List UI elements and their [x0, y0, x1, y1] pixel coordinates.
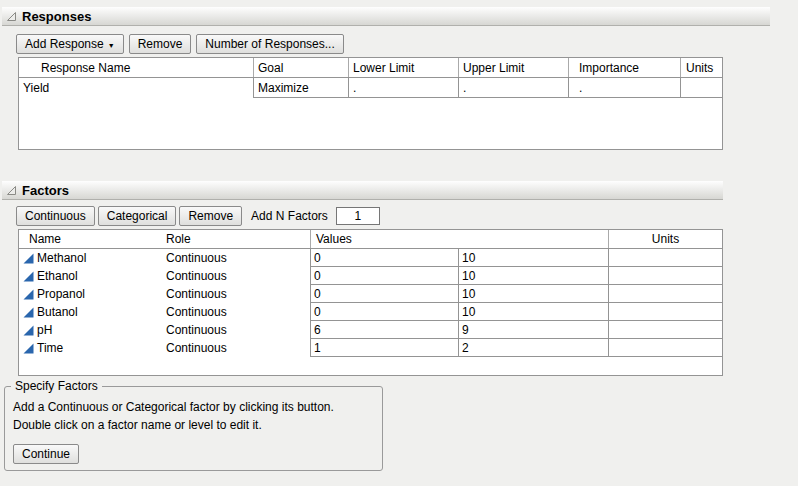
factors-panel-header[interactable]: Factors: [2, 181, 723, 200]
factor-value-high-cell[interactable]: 10: [458, 303, 608, 321]
factor-row: pH Continuous 6 9: [19, 321, 722, 339]
continuous-factor-icon: [23, 271, 34, 282]
response-upper-cell[interactable]: .: [458, 78, 568, 98]
col-header-units: Units: [680, 58, 722, 77]
factor-value-low-cell[interactable]: 0: [310, 285, 458, 303]
factor-name-cell[interactable]: pH: [19, 321, 161, 339]
add-n-factors-input[interactable]: [336, 207, 380, 225]
factor-value-low-cell[interactable]: 1: [310, 339, 458, 357]
factor-units-cell[interactable]: [608, 285, 722, 303]
factor-row: Methanol Continuous 0 10: [19, 249, 722, 267]
factor-name-cell[interactable]: Butanol: [19, 303, 161, 321]
continuous-button[interactable]: Continuous: [16, 206, 95, 226]
factor-name: Ethanol: [37, 269, 78, 283]
specify-instruction-line1: Add a Continuous or Categorical factor b…: [13, 398, 374, 416]
factor-role-cell[interactable]: Continuous: [161, 249, 310, 267]
remove-factor-button[interactable]: Remove: [179, 206, 242, 226]
specify-factors-group: Specify Factors Add a Continuous or Cate…: [4, 386, 383, 471]
factor-name: Time: [37, 341, 63, 355]
specify-factors-legend: Specify Factors: [11, 379, 102, 393]
col-header-response-name: Response Name: [19, 58, 253, 77]
factor-value-high-cell[interactable]: 10: [458, 267, 608, 285]
factor-units-cell[interactable]: [608, 339, 722, 357]
factor-value-high-cell[interactable]: 10: [458, 285, 608, 303]
response-importance-cell[interactable]: .: [568, 78, 680, 98]
factor-value-low-cell[interactable]: 6: [310, 321, 458, 339]
add-n-factors-label: Add N Factors: [251, 209, 328, 223]
responses-toolbar: Add Response ▼ Remove Number of Response…: [16, 34, 344, 54]
specify-instruction-line2: Double click on a factor name or level t…: [13, 416, 374, 434]
continuous-factor-icon: [23, 307, 34, 318]
dropdown-arrow-icon: ▼: [108, 42, 115, 49]
add-response-label: Add Response: [25, 37, 104, 51]
continuous-factor-icon: [23, 253, 34, 264]
response-name-cell[interactable]: Yield: [19, 78, 253, 98]
col-header-upper-limit: Upper Limit: [458, 58, 568, 77]
factor-value-high-cell[interactable]: 10: [458, 249, 608, 267]
continuous-factor-icon: [23, 343, 34, 354]
continuous-factor-icon: [23, 325, 34, 336]
continue-button[interactable]: Continue: [13, 444, 79, 464]
factor-row: Butanol Continuous 0 10: [19, 303, 722, 321]
add-response-button[interactable]: Add Response ▼: [16, 34, 124, 54]
factor-row: Time Continuous 1 2: [19, 339, 722, 357]
factor-row: Ethanol Continuous 0 10: [19, 267, 722, 285]
factor-role-cell[interactable]: Continuous: [161, 267, 310, 285]
factor-units-cell[interactable]: [608, 321, 722, 339]
factor-value-low-cell[interactable]: 0: [310, 267, 458, 285]
factor-units-cell[interactable]: [608, 303, 722, 321]
factor-units-cell[interactable]: [608, 249, 722, 267]
factor-value-low-cell[interactable]: 0: [310, 249, 458, 267]
factor-name-cell[interactable]: Propanol: [19, 285, 161, 303]
response-lower-cell[interactable]: .: [348, 78, 458, 98]
factor-value-high-cell[interactable]: 2: [458, 339, 608, 357]
response-row: Yield Maximize . . .: [19, 78, 722, 98]
factor-role-cell[interactable]: Continuous: [161, 303, 310, 321]
response-goal-cell[interactable]: Maximize: [253, 78, 348, 98]
number-of-responses-button[interactable]: Number of Responses...: [196, 34, 343, 54]
factors-panel-title: Factors: [22, 183, 69, 198]
responses-table-header-row: Response Name Goal Lower Limit Upper Lim…: [19, 58, 722, 78]
col-header-goal: Goal: [253, 58, 348, 77]
factor-name-cell[interactable]: Time: [19, 339, 161, 357]
collapse-triangle-icon[interactable]: [6, 185, 17, 196]
factor-role-cell[interactable]: Continuous: [161, 285, 310, 303]
factor-role-cell[interactable]: Continuous: [161, 321, 310, 339]
factors-table: Name Role Values Units Methanol Continuo…: [18, 229, 723, 376]
collapse-triangle-icon[interactable]: [6, 11, 17, 22]
factor-role-cell[interactable]: Continuous: [161, 339, 310, 357]
factor-name: Propanol: [37, 287, 85, 301]
factor-value-high-cell[interactable]: 9: [458, 321, 608, 339]
factors-table-header-row: Name Role Values Units: [19, 230, 722, 249]
factors-toolbar: Continuous Categorical Remove Add N Fact…: [16, 206, 380, 226]
col-header-values: Values: [310, 230, 608, 248]
factor-name: pH: [37, 323, 52, 337]
factor-row: Propanol Continuous 0 10: [19, 285, 722, 303]
factor-name: Butanol: [37, 305, 78, 319]
col-header-units: Units: [608, 230, 722, 248]
continuous-factor-icon: [23, 289, 34, 300]
factor-units-cell[interactable]: [608, 267, 722, 285]
factor-value-low-cell[interactable]: 0: [310, 303, 458, 321]
col-header-lower-limit: Lower Limit: [348, 58, 458, 77]
responses-panel-header[interactable]: Responses: [2, 7, 770, 26]
col-header-role: Role: [161, 230, 310, 248]
factor-name-cell[interactable]: Ethanol: [19, 267, 161, 285]
col-header-name: Name: [19, 230, 161, 248]
factor-name-cell[interactable]: Methanol: [19, 249, 161, 267]
responses-panel-title: Responses: [22, 9, 91, 24]
remove-response-button[interactable]: Remove: [129, 34, 192, 54]
categorical-button[interactable]: Categorical: [98, 206, 177, 226]
response-units-cell[interactable]: [680, 78, 722, 98]
responses-table: Response Name Goal Lower Limit Upper Lim…: [18, 57, 723, 150]
col-header-importance: Importance: [568, 58, 680, 77]
factor-name: Methanol: [37, 251, 86, 265]
